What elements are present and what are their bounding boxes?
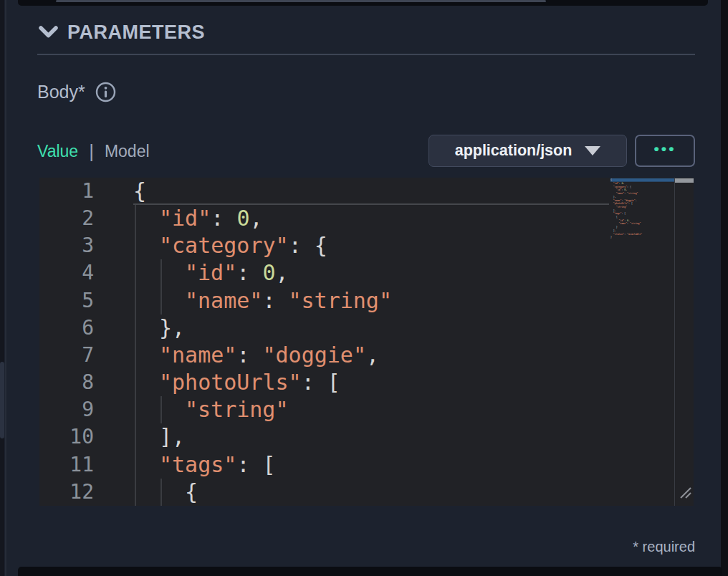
code-line[interactable]: 11"tags": [ xyxy=(39,451,694,479)
code-line[interactable]: 7"name": "doggie", xyxy=(39,342,694,369)
code-token: }, xyxy=(613,196,616,198)
line-number: 5 xyxy=(39,287,94,315)
line-number: 7 xyxy=(39,342,94,369)
code-token: ], xyxy=(613,209,616,212)
swagger-parameters-panel: PARAMETERS Body* Value | Model applicati… xyxy=(0,0,728,576)
indent-guide xyxy=(135,451,136,479)
chevron-down-icon[interactable] xyxy=(39,26,58,40)
line-number: 3 xyxy=(39,232,94,259)
code-token: [ xyxy=(631,202,633,205)
code-token: "name" xyxy=(613,199,622,202)
page-scrollbar-track[interactable] xyxy=(0,0,4,576)
code-token: [ xyxy=(327,370,340,395)
horizontal-scrollbar-thumb[interactable] xyxy=(56,0,546,2)
code-token: , xyxy=(275,260,288,285)
indent-guide xyxy=(135,423,136,451)
minimap-line: } xyxy=(610,236,674,239)
panel-left-border xyxy=(5,0,6,576)
indent-guide xyxy=(161,287,162,315)
content-type-selected-value: application/json xyxy=(455,142,573,160)
code-token: "name" xyxy=(159,342,236,368)
code-line[interactable]: 8"photoUrls": [ xyxy=(39,369,694,396)
indent-guide xyxy=(135,232,136,259)
indent-guide xyxy=(135,287,136,315)
code-token: { xyxy=(315,233,327,258)
line-number: 12 xyxy=(39,479,94,506)
indent-guide xyxy=(135,315,136,342)
content-type-select[interactable]: application/json xyxy=(428,135,627,167)
code-token: "category" xyxy=(613,186,627,188)
code-token: "name" xyxy=(185,288,262,313)
parameters-section-header[interactable]: PARAMETERS xyxy=(39,21,205,44)
code-token: "available" xyxy=(627,232,642,235)
code-token: "string" xyxy=(289,288,393,313)
more-options-button[interactable]: ••• xyxy=(635,135,695,167)
editor-minimap[interactable]: { "id": 0, "category": { "id": 0, "name"… xyxy=(610,178,674,241)
code-text: { xyxy=(185,479,198,506)
minimap-content: { "id": 0, "category": { "id": 0, "name"… xyxy=(610,178,674,239)
code-line[interactable]: 2"id": 0, xyxy=(39,205,694,232)
code-token: "string" xyxy=(630,222,641,225)
code-token: "string" xyxy=(185,397,289,422)
code-token: ], xyxy=(613,229,616,232)
code-text: "name": "string" xyxy=(185,287,392,315)
indent-guide xyxy=(135,342,136,369)
code-token: , xyxy=(366,342,379,368)
code-token: "name" xyxy=(616,192,625,195)
code-token: [ xyxy=(624,212,626,215)
page-scrollbar-thumb[interactable] xyxy=(0,362,4,438)
tab-model[interactable]: Model xyxy=(105,142,150,161)
line-number: 9 xyxy=(39,396,94,423)
code-line[interactable]: 6}, xyxy=(39,315,694,342)
info-icon[interactable] xyxy=(95,82,116,102)
line-number: 6 xyxy=(39,315,94,342)
code-line[interactable]: 5"name": "string" xyxy=(39,287,694,315)
code-token: , xyxy=(623,182,624,185)
code-token: : xyxy=(262,288,288,313)
code-token: "name" xyxy=(619,222,628,225)
tab-value[interactable]: Value xyxy=(37,142,78,161)
code-line[interactable]: 3"category": { xyxy=(39,232,694,259)
code-token: "status" xyxy=(613,232,624,235)
code-token: : xyxy=(302,370,327,395)
body-json-editor[interactable]: 1{2"id": 0,3"category": {4"id": 0,5"name… xyxy=(39,178,694,506)
indent-guide xyxy=(161,479,162,506)
code-token: [ xyxy=(263,452,276,477)
code-token: , xyxy=(636,199,637,202)
code-line[interactable]: 9"string" xyxy=(39,396,694,423)
body-view-tabs: Value | Model xyxy=(37,140,150,163)
code-lines-container: 1{2"id": 0,3"category": {4"id": 0,5"name… xyxy=(39,178,694,506)
code-line[interactable]: 4"id": 0, xyxy=(39,259,694,287)
indent-guide xyxy=(135,396,136,423)
section-divider xyxy=(37,54,695,55)
line-number: 4 xyxy=(39,259,94,287)
code-token: "string" xyxy=(616,206,627,208)
code-text: "category": { xyxy=(159,232,327,259)
code-line[interactable]: 1{ xyxy=(39,178,694,205)
code-token: { xyxy=(185,479,198,504)
code-text: "tags": [ xyxy=(159,451,276,479)
code-token: ], xyxy=(159,424,185,449)
required-note: * required xyxy=(0,539,695,555)
code-line[interactable]: 10], xyxy=(39,423,694,451)
minimap-border xyxy=(674,178,675,506)
code-token: { xyxy=(616,216,618,219)
code-token: { xyxy=(133,178,146,203)
code-token: "id" xyxy=(616,188,622,191)
indent-guide xyxy=(135,369,136,396)
indent-guide xyxy=(161,396,162,423)
code-token: } xyxy=(616,226,618,229)
code-text: ], xyxy=(159,423,185,451)
body-parameter-row: Body* xyxy=(37,82,116,102)
editor-scrollbar-thumb[interactable] xyxy=(675,178,694,183)
code-line[interactable]: 12{ xyxy=(39,479,694,506)
resize-grip-icon[interactable] xyxy=(679,479,692,504)
code-token: "string" xyxy=(627,192,638,195)
line-number: 11 xyxy=(39,451,94,479)
code-token: "doggie" xyxy=(624,199,635,202)
code-token: : xyxy=(236,342,262,368)
body-parameter-label: Body* xyxy=(37,82,85,102)
line-number: 1 xyxy=(39,178,94,205)
code-token: "id" xyxy=(185,260,236,285)
code-token: "photoUrls" xyxy=(613,202,628,205)
